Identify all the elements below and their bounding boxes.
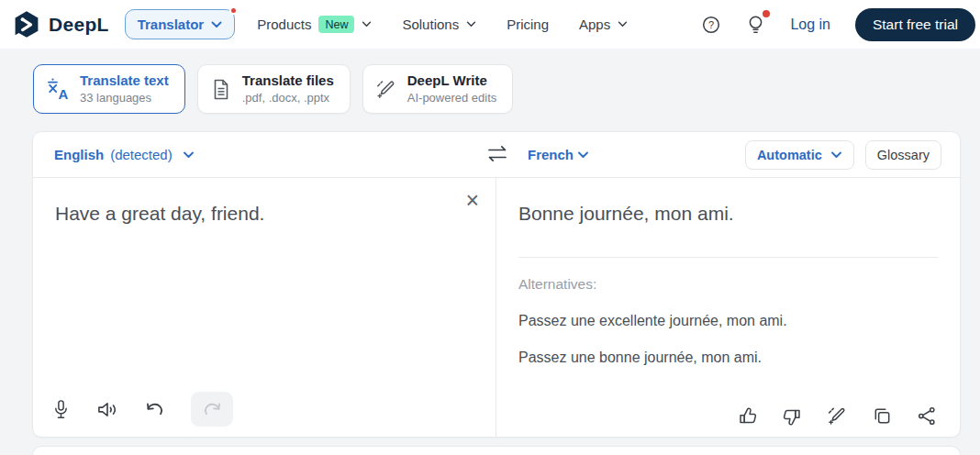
start-free-trial-button[interactable]: Start free trial [855,8,975,41]
solutions-label: Solutions [402,17,459,32]
tab-deepl-write[interactable]: DeepL Write AI-powered edits [362,64,514,114]
chevron-down-icon[interactable] [577,151,589,159]
deepl-logo-icon[interactable] [12,10,41,39]
translation-panels: Have a great day, friend. × [33,178,960,437]
tab-title: Translate text [80,72,169,90]
tab-translate-text[interactable]: A Translate text 33 languages [33,64,185,114]
thumbs-down-icon[interactable] [782,406,803,427]
chevron-down-icon [183,151,195,159]
tab-title: DeepL Write [407,72,497,90]
translator-card: English (detected) French Automatic [32,131,961,438]
alternative-option[interactable]: Passez une bonne journée, mon ami. [518,350,938,366]
tab-subtitle: AI-powered edits [407,91,497,105]
alternatives-label: Alternatives: [518,276,938,293]
document-icon [210,78,232,101]
alternative-option[interactable]: Passez une excellente journée, mon ami. [518,313,938,329]
swap-languages-icon[interactable] [486,144,508,164]
nav-item-apps[interactable]: Apps [579,17,628,32]
whats-new-bulb-icon[interactable] [746,14,765,36]
improve-write-icon[interactable] [827,405,848,427]
share-icon[interactable] [917,405,938,427]
help-icon[interactable]: ? [701,15,721,35]
source-toolbar [51,392,233,427]
language-bar: English (detected) French Automatic [33,132,960,178]
notification-dot [229,6,238,15]
mode-tabs: A Translate text 33 languages Translate … [33,64,980,114]
svg-text:?: ? [708,19,714,30]
translate-icon: A [46,77,70,101]
speaker-icon[interactable] [95,399,119,420]
target-toolbar [737,405,938,427]
nav-item-products[interactable]: Products New [257,16,372,33]
thumbs-up-icon[interactable] [737,406,758,427]
login-link[interactable]: Log in [790,17,830,33]
chevron-down-icon [830,151,842,159]
source-language-label: English [54,147,104,162]
formality-selector[interactable]: Automatic [745,140,854,170]
glossary-button[interactable]: Glossary [865,140,941,170]
pricing-label: Pricing [507,17,549,32]
translator-menu-button[interactable]: Translator [125,9,236,39]
brand-name[interactable]: DeepL [49,14,109,36]
target-text-panel[interactable]: Bonne journée, mon ami. Alternatives: Pa… [496,178,960,437]
copy-icon[interactable] [872,405,893,427]
redo-icon[interactable] [191,392,233,427]
tab-subtitle: .pdf, .docx, .pptx [242,91,334,105]
source-language-selector[interactable]: English (detected) [33,147,496,162]
nav-right-group: ? Log in Start free trial [701,8,978,41]
chevron-down-icon [618,21,628,28]
nav-item-solutions[interactable]: Solutions [402,17,476,32]
next-section-card [32,446,961,455]
chevron-down-icon [211,21,222,28]
chevron-down-icon [362,21,372,28]
undo-icon[interactable] [144,399,166,419]
formality-label: Automatic [757,148,822,162]
translated-text[interactable]: Bonne journée, mon ami. [518,201,938,227]
translator-menu-label: Translator [138,17,205,32]
clear-source-icon[interactable]: × [465,189,479,212]
apps-label: Apps [579,17,610,32]
products-label: Products [257,17,311,32]
pen-sparkles-icon [375,78,397,101]
nav-item-pricing[interactable]: Pricing [507,17,549,32]
tab-subtitle: 33 languages [80,91,169,105]
chevron-down-icon [466,21,476,28]
svg-text:A: A [59,86,69,101]
new-badge: New [318,16,354,33]
detected-note: (detected) [110,147,173,162]
target-language-area: French Automatic Glossary [496,140,960,170]
tab-translate-files[interactable]: Translate files .pdf, .docx, .pptx [197,64,351,114]
source-text-panel[interactable]: Have a great day, friend. × [33,178,496,437]
top-navbar: DeepL Translator Products New Solutions … [0,0,980,49]
source-text[interactable]: Have a great day, friend. [55,201,473,227]
tab-title: Translate files [242,72,334,90]
divider [518,257,938,258]
target-language-label[interactable]: French [528,147,574,162]
nav-links: Products New Solutions Pricing Apps [257,16,628,33]
notification-dot [763,10,770,17]
microphone-icon[interactable] [51,398,71,421]
